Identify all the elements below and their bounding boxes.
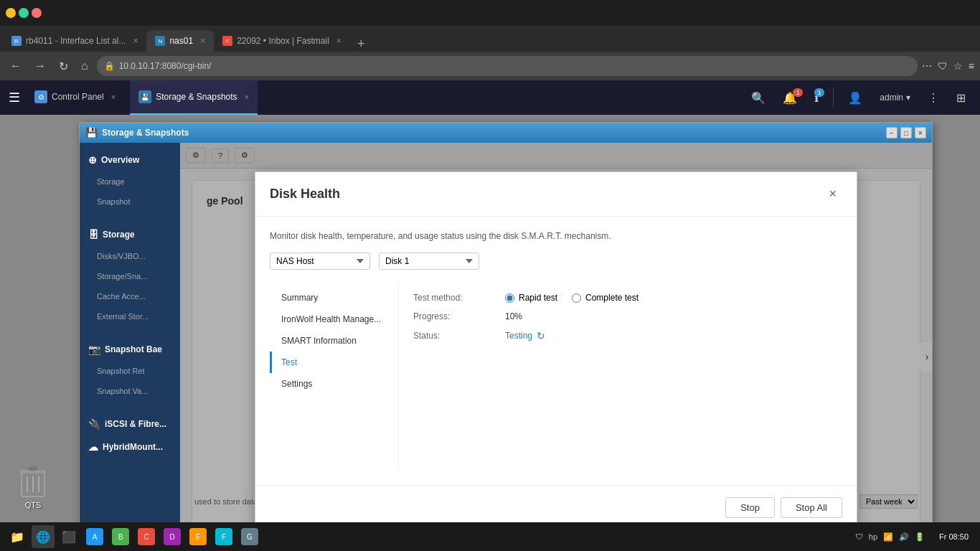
- sidebar-item-iscsi[interactable]: 🔌 iSCSI & Fibre...: [80, 413, 180, 435]
- close-window-button[interactable]: [32, 8, 42, 18]
- stop-all-button[interactable]: Stop All: [781, 497, 842, 518]
- taskbar-app2[interactable]: B: [109, 525, 132, 548]
- updates-action[interactable]: ℹ 1: [809, 88, 824, 108]
- taskbar-app6[interactable]: F: [212, 525, 235, 548]
- stop-button[interactable]: Stop: [725, 497, 775, 518]
- tab-close-nas01[interactable]: ×: [200, 36, 205, 46]
- address-text: 10.0.10.17:8080/cgi-bin/: [119, 61, 212, 71]
- nav-item-summary[interactable]: Summary: [270, 287, 398, 309]
- browser-tab-nas01[interactable]: N nas01 ×: [146, 30, 214, 52]
- nav-item-smart[interactable]: SMART Information: [270, 330, 398, 352]
- app7-icon: G: [241, 528, 258, 545]
- maximize-button[interactable]: [19, 8, 29, 18]
- nav-item-test[interactable]: Test: [270, 352, 398, 373]
- sidebar-item-hybridmount[interactable]: ☁ HybridMount...: [80, 435, 180, 458]
- window-minimize[interactable]: −: [886, 127, 897, 138]
- window-controls-storage: − □ ×: [886, 127, 926, 138]
- window-close[interactable]: ×: [915, 127, 926, 138]
- sidebar-item-snapshot-ret[interactable]: Snapshot Ret: [80, 361, 180, 381]
- sidebar-item-storage-sub[interactable]: Storage: [80, 171, 180, 192]
- window-maximize[interactable]: □: [900, 127, 912, 138]
- browser-tab-fastmail[interactable]: F 22092 • Inbox | Fastmail ×: [214, 30, 350, 52]
- storage-tab-close[interactable]: ×: [245, 93, 249, 101]
- taskbar-files[interactable]: 📁: [6, 525, 29, 548]
- spinning-icon: ↻: [537, 330, 545, 342]
- taskbar-app1[interactable]: A: [83, 525, 106, 548]
- window-titlebar: 💾 Storage & Snapshots − □ ×: [80, 123, 932, 143]
- taskbar-app3[interactable]: C: [135, 525, 158, 548]
- modal-overlay: Disk Health × Monitor disk health, tempe…: [180, 143, 932, 545]
- modal-close-button[interactable]: ×: [823, 184, 842, 204]
- external-label: External Stor...: [97, 312, 149, 321]
- taskbar-browser[interactable]: 🌐: [32, 525, 55, 548]
- extensions-button[interactable]: ⋯: [922, 60, 932, 72]
- taskbar-app5[interactable]: E: [187, 525, 209, 548]
- taskbar-app4[interactable]: D: [161, 525, 184, 548]
- rapid-test-option[interactable]: Rapid test: [505, 293, 557, 303]
- app3-icon: C: [138, 528, 155, 545]
- notifications-action[interactable]: 🔔 1: [777, 88, 803, 108]
- sidebar-item-disks[interactable]: Disks/VJBO...: [80, 246, 180, 266]
- modal-body: Monitor disk health, temperature, and us…: [255, 217, 857, 485]
- modal-nav: Summary IronWolf Health Manage... SMART …: [270, 281, 399, 471]
- home-button[interactable]: ⌂: [77, 57, 93, 75]
- sidebar: ⊕ Overview Storage Snapshot 🗄 Storage: [80, 143, 180, 545]
- sidebar-item-snapshot-sub[interactable]: Snapshot: [80, 192, 180, 212]
- cache-label: Cache Acce...: [97, 292, 146, 301]
- rapid-test-radio[interactable]: [505, 293, 514, 303]
- trash-icon[interactable]: QTS: [14, 461, 52, 515]
- complete-test-radio[interactable]: [572, 293, 581, 303]
- sidebar-item-external[interactable]: External Stor...: [80, 306, 180, 326]
- overview-icon: ⊕: [88, 154, 97, 166]
- app-tab-control-panel[interactable]: ⚙ Control Panel ×: [26, 80, 124, 115]
- sidebar-item-snapshot-bae[interactable]: 📷 Snapshot Bae: [80, 338, 180, 361]
- app6-icon: F: [215, 528, 232, 545]
- sidebar-section-iscsi: 🔌 iSCSI & Fibre... ☁ HybridMount...: [80, 407, 180, 464]
- progress-label: Progress:: [413, 311, 499, 321]
- hamburger-menu[interactable]: ☰: [9, 90, 20, 105]
- shield-button[interactable]: 🛡: [938, 60, 948, 72]
- tab-close-fastmail[interactable]: ×: [336, 36, 341, 46]
- more-options-button[interactable]: ⋮: [922, 88, 945, 108]
- sidebar-item-overview[interactable]: ⊕ Overview: [80, 149, 180, 171]
- snapshot-sub-label: Snapshot: [97, 197, 130, 206]
- new-tab-button[interactable]: +: [353, 37, 369, 52]
- minimize-button[interactable]: [6, 8, 16, 18]
- nav-item-settings[interactable]: Settings: [270, 373, 398, 395]
- user-menu[interactable]: admin ▾: [874, 93, 916, 103]
- trash-icon-img: [20, 466, 46, 498]
- refresh-button[interactable]: ↻: [55, 57, 72, 76]
- bookmark-button[interactable]: ☆: [953, 60, 963, 72]
- wifi-icon: 📶: [883, 532, 893, 542]
- tab-label-rb4011: rb4011 - Interface List al...: [26, 36, 126, 46]
- search-action[interactable]: 🔍: [745, 88, 771, 108]
- sidebar-item-snapshot-va[interactable]: Snapshot Va...: [80, 381, 180, 401]
- user-icon-button[interactable]: 👤: [842, 88, 868, 108]
- app-tab-storage[interactable]: 💾 Storage & Snapshots ×: [130, 80, 258, 115]
- disk-select[interactable]: Disk 1: [379, 253, 479, 270]
- back-button[interactable]: ←: [6, 57, 26, 75]
- modal-content-area: Summary IronWolf Health Manage... SMART …: [270, 281, 842, 471]
- smart-label: SMART Information: [281, 336, 357, 346]
- address-bar[interactable]: 🔒 10.0.10.17:8080/cgi-bin/: [97, 56, 918, 76]
- taskbar-app7[interactable]: G: [238, 525, 261, 548]
- sidebar-section-overview: ⊕ Overview Storage Snapshot: [80, 143, 180, 217]
- control-panel-close[interactable]: ×: [111, 93, 116, 101]
- sidebar-item-storage-header[interactable]: 🗄 Storage: [80, 223, 180, 246]
- menu-button[interactable]: ≡: [969, 60, 974, 72]
- nav-item-ironwolf[interactable]: IronWolf Health Manage...: [270, 309, 398, 330]
- storage-header-label: Storage: [103, 230, 135, 240]
- complete-test-option[interactable]: Complete test: [572, 293, 639, 303]
- desktop-button[interactable]: ⊞: [951, 88, 971, 108]
- tab-close-rb4011[interactable]: ×: [133, 36, 138, 46]
- nas-host-select[interactable]: NAS Host: [270, 253, 370, 270]
- window-title-icon: 💾: [85, 127, 98, 138]
- sidebar-item-storage-snap[interactable]: Storage/Sna...: [80, 266, 180, 286]
- username: admin: [880, 93, 903, 103]
- taskbar-terminal[interactable]: ⬛: [57, 525, 80, 548]
- sidebar-item-cache[interactable]: Cache Acce...: [80, 286, 180, 306]
- control-panel-label: Control Panel: [52, 92, 104, 102]
- browser-tab-rb4011[interactable]: R rb4011 - Interface List al... ×: [3, 30, 146, 52]
- forward-button[interactable]: →: [30, 57, 50, 75]
- sidebar-section-snapshot-bae: 📷 Snapshot Bae Snapshot Ret Snapshot Va.…: [80, 332, 180, 407]
